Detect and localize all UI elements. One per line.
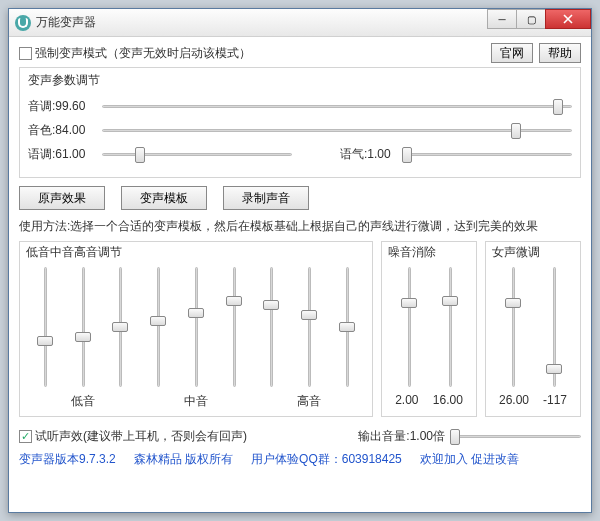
titlebar[interactable]: 万能变声器 ─ ▢ [9,9,591,37]
female-group-label: 女声微调 [492,244,574,261]
eq-slider-7[interactable] [261,267,281,387]
noise-group-label: 噪音消除 [388,244,470,261]
noise-slider-2[interactable] [440,267,460,387]
eq-group: 低音中音高音调节 低音 中音 高音 [19,241,373,417]
eq-slider-6[interactable] [224,267,244,387]
minimize-button[interactable]: ─ [487,9,517,29]
original-button[interactable]: 原声效果 [19,186,105,210]
window-title: 万能变声器 [36,14,488,31]
eq-slider-5[interactable] [186,267,206,387]
eq-group-label: 低音中音高音调节 [26,244,366,261]
intonation-value: 61.00 [55,147,85,161]
template-button[interactable]: 变声模板 [121,186,207,210]
pitch-slider[interactable] [102,97,572,115]
preview-checkbox[interactable] [19,430,32,443]
timbre-slider[interactable] [102,121,572,139]
female-val-2: -117 [543,393,567,407]
join-link[interactable]: 欢迎加入 促进改善 [420,451,519,468]
intonation-slider[interactable] [102,145,292,163]
female-group: 女声微调 26.00 -117 [485,241,581,417]
volume-slider[interactable] [451,427,581,445]
eq-slider-4[interactable] [148,267,168,387]
record-button[interactable]: 录制声音 [223,186,309,210]
timbre-value: 84.00 [55,123,85,137]
tone-slider[interactable] [402,145,572,163]
help-button[interactable]: 帮助 [539,43,581,63]
preview-label: 试听声效(建议带上耳机，否则会有回声) [35,428,247,445]
eq-mid-label: 中音 [140,393,252,410]
noise-slider-1[interactable] [399,267,419,387]
site-button[interactable]: 官网 [491,43,533,63]
pitch-value: 99.60 [55,99,85,113]
qq-link[interactable]: 用户体验QQ群：603918425 [251,451,402,468]
params-group: 变声参数调节 音调:99.60 音色:84.00 语调:61.00 语气:1.0… [19,67,581,178]
usage-text: 使用方法:选择一个合适的变声模板，然后在模板基础上根据自己的声线进行微调，达到完… [19,218,581,235]
noise-val-1: 2.00 [395,393,418,407]
tone-value: 1.00 [367,147,390,161]
noise-val-2: 16.00 [433,393,463,407]
app-window: 万能变声器 ─ ▢ 强制变声模式（变声无效时启动该模式） 官网 帮助 变声参数调… [8,8,592,513]
female-slider-2[interactable] [544,267,564,387]
copyright-text[interactable]: 森林精品 版权所有 [134,451,233,468]
intonation-label: 语调: [28,147,55,161]
force-mode-label: 强制变声模式（变声无效时启动该模式） [35,45,251,62]
volume-value: 1.00倍 [410,428,445,445]
force-mode-checkbox[interactable] [19,47,32,60]
eq-low-label: 低音 [27,393,139,410]
app-icon [15,15,31,31]
eq-high-label: 高音 [253,393,365,410]
female-val-1: 26.00 [499,393,529,407]
close-icon [563,14,573,24]
noise-group: 噪音消除 2.00 16.00 [381,241,477,417]
female-slider-1[interactable] [503,267,523,387]
timbre-label: 音色: [28,123,55,137]
maximize-button[interactable]: ▢ [516,9,546,29]
pitch-label: 音调: [28,99,55,113]
close-button[interactable] [545,9,591,29]
footer: 变声器版本9.7.3.2 森林精品 版权所有 用户体验QQ群：603918425… [19,451,581,468]
version-link[interactable]: 变声器版本9.7.3.2 [19,451,116,468]
eq-slider-2[interactable] [73,267,93,387]
volume-label: 输出音量: [358,428,409,445]
tone-label: 语气: [340,147,367,161]
eq-slider-8[interactable] [299,267,319,387]
eq-slider-9[interactable] [337,267,357,387]
eq-slider-3[interactable] [110,267,130,387]
eq-slider-1[interactable] [35,267,55,387]
params-group-label: 变声参数调节 [28,72,572,89]
